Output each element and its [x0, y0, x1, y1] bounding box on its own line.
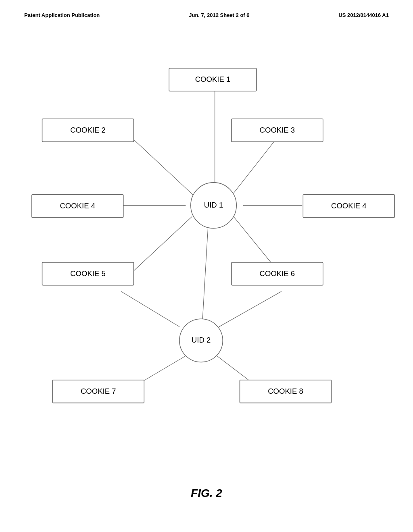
header-left: Patent Application Publication: [24, 12, 100, 18]
cookie4-right-label: COOKIE 4: [331, 202, 367, 210]
header-right: US 2012/0144016 A1: [338, 12, 389, 18]
figure-label: FIG. 2: [191, 487, 222, 500]
uid2-label: UID 2: [192, 336, 211, 344]
diagram-area: COOKIE 1 COOKIE 2 COOKIE 3 COOKIE 4 UID …: [0, 52, 413, 447]
page-header: Patent Application Publication Jun. 7, 2…: [0, 0, 413, 18]
line-cookie3-uid1: [232, 137, 277, 195]
line-cookie2-uid1: [131, 137, 194, 195]
header-middle: Jun. 7, 2012 Sheet 2 of 6: [189, 12, 249, 18]
cookie6-label: COOKIE 6: [260, 269, 295, 278]
cookie2-label: COOKIE 2: [70, 126, 106, 134]
line-cookie5-uid2: [121, 291, 179, 327]
uid1-label: UID 1: [204, 201, 223, 209]
line-cookie6-uid2: [219, 291, 282, 327]
cookie4-left-label: COOKIE 4: [60, 202, 95, 210]
cookie5-label: COOKIE 5: [70, 269, 106, 278]
line-uid1-uid2: [202, 218, 209, 323]
line-cookie5-uid1: [131, 216, 192, 272]
cookie3-label: COOKIE 3: [260, 126, 295, 134]
cookie1-label: COOKIE 1: [195, 75, 231, 83]
cookie7-label: COOKIE 7: [81, 387, 116, 395]
cookie8-label: COOKIE 8: [268, 387, 303, 395]
